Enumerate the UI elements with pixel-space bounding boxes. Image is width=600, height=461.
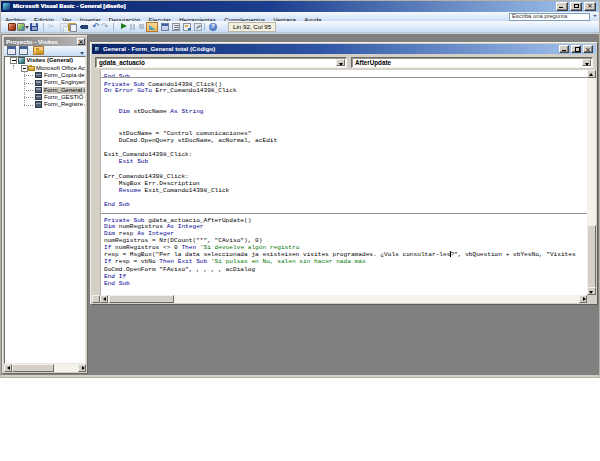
scroll-left-icon[interactable] — [100, 295, 108, 303]
run-icon[interactable] — [119, 23, 127, 31]
code-line[interactable]: End Sub — [101, 280, 587, 287]
tree-item-form-gestio-cont[interactable]: Form_GESTIÓ CONT — [5, 94, 85, 101]
code-line[interactable]: Resume Exit_Comando14398_Click — [101, 187, 587, 194]
tree-item-form-copia-de-gene[interactable]: Form_Copia de Gene — [5, 72, 85, 79]
object-dropdown-arrow-icon[interactable] — [336, 59, 345, 66]
tree-item-form-enginyeries-u[interactable]: Form_Enginyeries U — [5, 79, 85, 86]
code-line[interactable]: resp = MsgBox("Per la data seleccionada … — [101, 251, 587, 258]
code-line[interactable] — [101, 94, 587, 101]
splitter-box[interactable] — [92, 295, 100, 303]
tree-guide-line — [24, 105, 33, 106]
question-box-input[interactable]: Escriba una pregunta — [509, 13, 590, 21]
code-text[interactable]: End SubPrivate Sub Comando14398_Click()O… — [101, 70, 587, 295]
tree-guide-line — [24, 83, 33, 84]
code-window-minimize-button[interactable] — [559, 45, 569, 53]
break-icon[interactable] — [128, 23, 136, 31]
code-line[interactable]: stDocName = "Control comunicaciones" — [101, 130, 587, 137]
insert-object-icon[interactable] — [17, 23, 25, 31]
project-explorer-icon[interactable] — [161, 23, 169, 31]
view-object-button[interactable] — [19, 46, 28, 55]
code-window-close-button[interactable]: × — [583, 45, 593, 53]
code-line[interactable]: Dim resp As Integer — [101, 230, 587, 237]
collapse-icon[interactable] — [21, 65, 28, 72]
view-code-button[interactable] — [7, 46, 16, 55]
standard-toolbar: Lin 92, Col 95 — [1, 21, 599, 33]
code-line[interactable]: DoCmd.OpenForm "FAviso", , , , , acDialo… — [101, 266, 587, 273]
redo-icon[interactable] — [101, 23, 109, 31]
undo-icon[interactable] — [92, 23, 100, 31]
scroll-down-icon[interactable] — [587, 287, 596, 295]
toolbox-icon[interactable] — [194, 23, 202, 31]
code-line[interactable]: Exit_Comando14398_Click: — [101, 151, 587, 158]
code-line[interactable] — [101, 123, 587, 130]
code-line[interactable]: Private Sub Comando14398_Click() — [101, 77, 587, 84]
code-line[interactable]: Err_Comando14398_Click: — [101, 173, 587, 180]
code-editor-area[interactable]: End SubPrivate Sub Comando14398_Click()O… — [92, 70, 587, 295]
code-line[interactable] — [101, 165, 587, 172]
tree-item-label: Form_GESTIÓ CONT — [43, 94, 86, 101]
code-line[interactable]: MsgBox Err.Description — [101, 180, 587, 187]
minimize-button[interactable] — [556, 2, 568, 11]
tree-item-label: Visites (General) — [26, 57, 74, 64]
code-line[interactable]: Exit Sub — [101, 158, 587, 165]
scroll-right-icon[interactable] — [579, 295, 587, 303]
toolbar-overflow-icon[interactable] — [80, 52, 84, 55]
code-line[interactable]: If numRegistros <> 0 Then 'Si devuelve a… — [101, 244, 587, 251]
code-line[interactable]: Dim stDocName As String — [101, 108, 587, 115]
design-mode-icon[interactable] — [146, 22, 158, 32]
horizontal-scroll-thumb[interactable] — [12, 364, 54, 372]
code-line[interactable]: End Sub — [101, 201, 587, 208]
code-vertical-scrollbar[interactable] — [587, 70, 596, 295]
help-icon[interactable] — [209, 23, 217, 31]
tree-item-form-registre-admi[interactable]: Form_Registre Admi — [5, 101, 85, 108]
tree-item-visites-general-[interactable]: Visites (General) — [5, 57, 85, 64]
project-tree-hscrollbar[interactable] — [4, 364, 86, 372]
tree-item-form-general-total[interactable]: Form_General total — [5, 87, 85, 94]
tree-guide-line — [13, 65, 14, 69]
collapse-icon[interactable] — [10, 57, 17, 64]
view-access-icon[interactable] — [8, 23, 16, 31]
code-line[interactable]: DoCmd.OpenQuery stDocName, acNormal, acE… — [101, 137, 587, 144]
project-panel-caption[interactable]: Proyecto - Visites — [4, 37, 86, 46]
form-icon — [35, 101, 43, 107]
horizontal-scroll-thumb[interactable] — [109, 295, 174, 303]
find-icon[interactable] — [80, 23, 88, 31]
code-line[interactable] — [101, 101, 587, 108]
code-window-titlebar[interactable]: General - Form_General total (Código) × — [92, 44, 596, 54]
question-box-dropdown-icon[interactable] — [593, 15, 597, 17]
tree-guide-line — [24, 97, 33, 98]
properties-window-icon[interactable] — [172, 23, 180, 31]
code-horizontal-scrollbar[interactable] — [92, 295, 587, 303]
tree-item-microsoft-office-access[interactable]: Microsoft Office Access — [5, 65, 85, 72]
code-line[interactable] — [101, 194, 587, 201]
event-dropdown-arrow-icon[interactable] — [582, 59, 591, 66]
paste-icon[interactable] — [68, 23, 76, 31]
cut-icon[interactable] — [48, 23, 56, 31]
code-line[interactable]: If resp = vbNo Then Exit Sub 'Si pulsas … — [101, 258, 587, 265]
object-dropdown-value: gdata_actuacio — [99, 59, 145, 67]
copy-icon[interactable] — [60, 23, 68, 31]
menu-bar: ArchivoEdiciónVerInsertarDepuraciónEjecu… — [1, 12, 599, 21]
scroll-left-icon[interactable] — [4, 364, 12, 372]
object-browser-icon[interactable] — [183, 23, 191, 31]
close-button[interactable]: × — [584, 2, 596, 11]
code-line[interactable] — [101, 115, 587, 122]
scroll-right-icon[interactable] — [78, 364, 86, 372]
toggle-folders-button[interactable] — [33, 46, 44, 56]
code-line[interactable]: Dim numRegistros As Integer — [101, 223, 587, 230]
object-dropdown[interactable]: gdata_actuacio — [95, 57, 347, 68]
save-icon[interactable] — [30, 23, 38, 31]
vertical-scroll-thumb[interactable] — [587, 225, 596, 288]
scroll-up-icon[interactable] — [587, 70, 596, 78]
project-panel-close-icon[interactable] — [77, 38, 85, 45]
code-line[interactable]: numRegistros = Nz(DCount("*", "CAviso"),… — [101, 237, 587, 244]
maximize-button[interactable] — [570, 2, 582, 11]
form-icon — [35, 72, 43, 78]
code-line[interactable]: End If — [101, 273, 587, 280]
reset-icon[interactable] — [137, 23, 145, 31]
code-window-maximize-button[interactable] — [571, 45, 581, 53]
code-line[interactable]: Private Sub gdata_actuacio_AfterUpdate() — [101, 213, 587, 220]
event-dropdown[interactable]: AfterUpdate — [351, 57, 593, 68]
code-line[interactable]: On Error GoTo Err_Comando14398_Click — [101, 87, 587, 94]
code-line[interactable] — [101, 144, 587, 151]
